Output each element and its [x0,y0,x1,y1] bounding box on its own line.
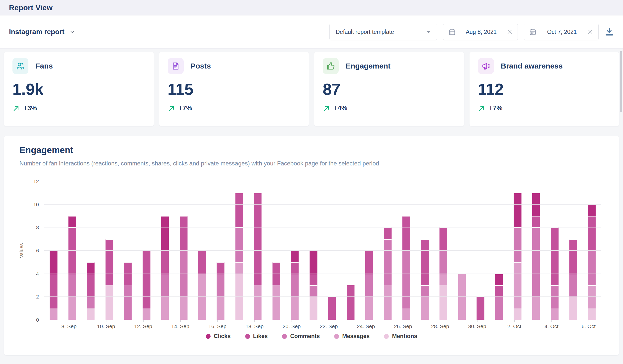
bar-segment-messages[interactable] [161,297,169,320]
bar-segment-messages[interactable] [402,308,410,320]
stacked-bar[interactable] [347,181,354,320]
stacked-bar[interactable] [198,181,206,320]
bar-segment-likes[interactable] [347,285,354,320]
report-name-dropdown[interactable]: Instagram report [9,28,76,36]
bar-segment-comments[interactable] [532,227,540,297]
bar-segment-comments[interactable] [551,285,558,308]
date-from-input[interactable]: Aug 8, 2021 [443,24,518,40]
bar-segment-likes[interactable] [495,285,503,297]
bar-segment-comments[interactable] [514,227,521,262]
bar-segment-messages[interactable] [588,285,596,308]
bar-segment-likes[interactable] [143,251,150,308]
bar-segment-likes[interactable] [217,262,225,274]
bar-segment-comments[interactable] [217,274,225,297]
bar-segment-likes[interactable] [532,216,540,227]
bar-segment-messages[interactable] [365,297,373,320]
bar-segment-likes[interactable] [588,216,596,251]
bar-segment-mentions[interactable] [588,308,596,320]
bar-segment-clicks[interactable] [588,205,596,216]
bar-segment-likes[interactable] [384,227,391,239]
vertical-scrollbar[interactable] [620,51,622,112]
stacked-bar[interactable] [217,181,225,320]
bar-segment-comments[interactable] [180,251,187,297]
stacked-bar[interactable] [87,181,95,320]
stacked-bar[interactable] [105,181,113,320]
stacked-bar[interactable] [291,181,299,320]
bar-segment-messages[interactable] [254,285,262,320]
bar-segment-clicks[interactable] [50,251,58,274]
bar-segment-messages[interactable] [272,285,280,320]
stacked-bar[interactable] [124,181,132,320]
stacked-bar[interactable] [161,181,169,320]
bar-segment-comments[interactable] [588,251,596,285]
legend-item-mentions[interactable]: Mentions [384,333,417,340]
bar-segment-messages[interactable] [514,262,521,308]
bar-segment-messages[interactable] [217,297,225,320]
bar-segment-messages[interactable] [235,262,243,274]
bar-segment-comments[interactable] [87,297,95,308]
stacked-bar[interactable] [569,181,577,320]
stacked-bar[interactable] [365,181,373,320]
bar-segment-clicks[interactable] [68,216,76,227]
bar-segment-likes[interactable] [50,274,58,308]
bar-segment-clicks[interactable] [514,193,521,227]
bar-segment-messages[interactable] [551,308,558,320]
bar-segment-likes[interactable] [180,216,187,251]
bar-segment-messages[interactable] [440,274,447,285]
bar-segment-likes[interactable] [328,297,336,320]
stacked-bar[interactable] [235,181,243,320]
stacked-bar[interactable] [384,181,391,320]
date-to-input[interactable]: Oct 7, 2021 [524,24,599,40]
bar-segment-clicks[interactable] [532,193,540,216]
bar-segment-clicks[interactable] [310,251,317,274]
bar-segment-likes[interactable] [161,251,169,274]
bar-segment-comments[interactable] [124,285,132,320]
bar-segment-likes[interactable] [551,227,558,285]
bar-segment-likes[interactable] [477,297,484,320]
bar-segment-likes[interactable] [272,262,280,285]
bar-segment-likes[interactable] [198,251,206,274]
legend-item-comments[interactable]: Comments [282,333,320,340]
bar-segment-clicks[interactable] [495,274,503,285]
stacked-bar[interactable] [551,181,558,320]
bar-segment-messages[interactable] [50,308,58,320]
stacked-bar[interactable] [50,181,58,320]
legend-item-likes[interactable]: Likes [245,333,268,340]
bar-segment-messages[interactable] [384,285,391,320]
bar-segment-likes[interactable] [569,239,577,274]
bar-segment-likes[interactable] [105,239,113,285]
stacked-bar[interactable] [532,181,540,320]
bar-segment-comments[interactable] [365,274,373,297]
date-from-clear-button[interactable] [507,29,513,35]
stacked-bar[interactable] [477,181,484,320]
bar-segment-comments[interactable] [68,274,76,297]
bar-segment-likes[interactable] [440,227,447,251]
bar-segment-clicks[interactable] [87,262,95,274]
bar-segment-likes[interactable] [235,193,243,227]
bar-segment-clicks[interactable] [291,251,299,262]
date-to-clear-button[interactable] [587,29,593,35]
template-select[interactable]: Default report template [329,24,437,40]
bar-segment-clicks[interactable] [161,216,169,251]
stacked-bar[interactable] [254,181,262,320]
download-report-button[interactable] [605,27,614,37]
bar-segment-messages[interactable] [180,297,187,320]
bar-segment-comments[interactable] [291,274,299,297]
bar-segment-comments[interactable] [310,285,317,297]
stacked-bar[interactable] [495,181,503,320]
bar-segment-mentions[interactable] [310,297,317,320]
stacked-bar[interactable] [272,181,280,320]
stacked-bar[interactable] [143,181,150,320]
bar-segment-comments[interactable] [440,251,447,274]
bar-segment-mentions[interactable] [514,308,521,320]
stacked-bar[interactable] [310,181,317,320]
bar-segment-likes[interactable] [68,227,76,274]
stacked-bar[interactable] [588,181,596,320]
bar-segment-comments[interactable] [235,227,243,262]
bar-segment-comments[interactable] [402,251,410,308]
bar-segment-likes[interactable] [291,262,299,274]
stacked-bar[interactable] [514,181,521,320]
bar-segment-messages[interactable] [143,308,150,320]
legend-item-clicks[interactable]: Clicks [206,333,231,340]
bar-segment-mentions[interactable] [569,297,577,320]
